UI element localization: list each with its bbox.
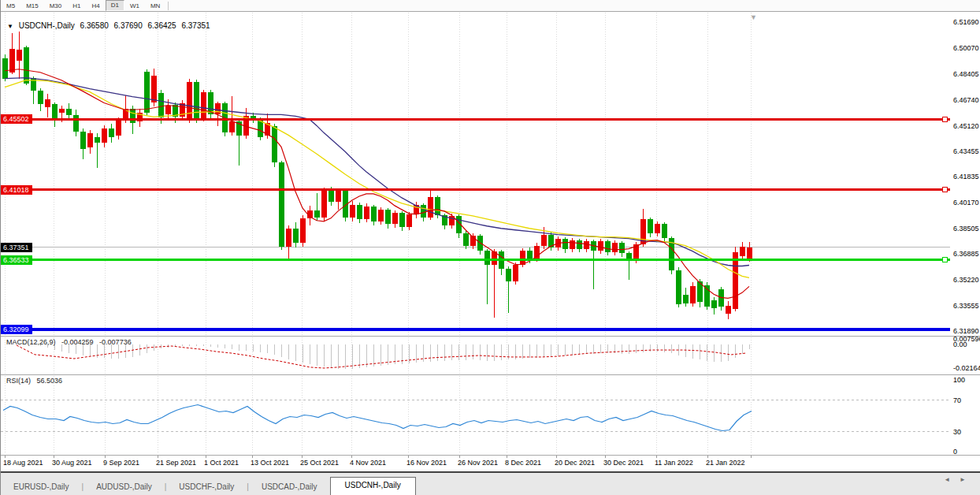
tab-usdcnhdaily[interactable]: USDCNH-,Daily (330, 477, 416, 495)
candle-body (80, 132, 86, 149)
macd-name: MACD(12,26,9) (6, 338, 56, 346)
candle-body (293, 229, 299, 243)
timeframe-button-h1[interactable]: H1 (67, 1, 86, 11)
candle-body (66, 109, 72, 116)
candle-body (336, 191, 341, 202)
candle-body (201, 92, 206, 119)
candle-body (116, 121, 121, 136)
candle-body (577, 240, 582, 249)
candle-body (151, 76, 157, 102)
candle-body (378, 210, 384, 221)
macd-signal-line (17, 345, 747, 368)
chart-shift-marker-icon[interactable]: ▼ (750, 13, 757, 21)
candle-body (683, 295, 689, 303)
candle-body (52, 104, 58, 120)
candle-body (371, 207, 377, 221)
ohlc-open: 6.36580 (80, 21, 109, 30)
candle-body (279, 162, 284, 246)
candle-body (506, 269, 511, 281)
scroll-left-icon[interactable]: ◄ (944, 476, 960, 483)
candle-body (38, 91, 43, 104)
tab-eurusddaily[interactable]: EURUSD-,Daily (1, 479, 82, 495)
candle-body (45, 99, 50, 107)
candle-body (619, 243, 625, 253)
timeframe-button-h4[interactable]: H4 (86, 1, 105, 11)
candle-body (357, 205, 362, 219)
line-handle-square (942, 188, 947, 192)
chart-symbol-period: USDCNH-,Daily (19, 21, 75, 30)
candle-body (605, 241, 611, 252)
candle-body (399, 213, 405, 227)
ohlc-close: 6.37351 (181, 21, 210, 30)
scroll-right-icon[interactable]: ► (960, 476, 975, 483)
timeframe-button-d1[interactable]: D1 (106, 0, 124, 11)
rsi-value: 56.5036 (37, 377, 63, 385)
candle-body (726, 306, 731, 314)
candle-body (59, 109, 65, 114)
candle-body (648, 219, 653, 233)
candle-body (165, 106, 171, 115)
candle-body (350, 205, 355, 218)
candle-body (392, 213, 398, 224)
timeframe-button-mn[interactable]: MN (145, 1, 165, 11)
hscroll-arrows[interactable]: ◄► (944, 476, 975, 483)
candle-body (655, 224, 660, 233)
rsi-indicator-label: RSI(14) 56.5036 (6, 377, 66, 385)
candle-body (421, 205, 426, 218)
candle-body (690, 286, 696, 303)
candle-body (31, 78, 36, 91)
candle-body (711, 300, 717, 308)
timeframe-button-w1[interactable]: W1 (124, 1, 145, 11)
candle-body (109, 128, 114, 137)
candle-body (95, 137, 100, 143)
candle-body (130, 109, 135, 124)
line-handle-square (942, 258, 947, 262)
candle-body (527, 251, 533, 259)
timeframe-button-m15[interactable]: M15 (20, 1, 44, 11)
timeframe-button-m5[interactable]: M5 (1, 1, 20, 11)
tab-usdcaddaily[interactable]: USDCAD-,Daily (249, 479, 330, 495)
ohlc-low: 6.36425 (147, 21, 176, 30)
candle-body (520, 251, 525, 265)
candle-body (300, 218, 306, 243)
candle-body (329, 190, 334, 202)
candle-body (364, 207, 369, 219)
candle-body (2, 58, 8, 79)
candle-body (662, 224, 667, 238)
candle-body (385, 210, 391, 224)
candle-body (229, 121, 235, 132)
candle-body (194, 82, 199, 119)
tab-audusddaily[interactable]: AUDUSD-,Daily (84, 479, 165, 495)
candle-body (286, 229, 291, 247)
timeframe-button-m30[interactable]: M30 (44, 1, 68, 11)
ma-fast-line (5, 69, 749, 299)
candle-body (314, 210, 320, 218)
candle-body (144, 72, 150, 114)
candle-body (158, 93, 164, 118)
candle-body (435, 197, 440, 215)
chart-title: ▼ USDCNH-,Daily 6.36580 6.37690 6.36425 … (7, 21, 213, 30)
candle-body (272, 126, 277, 162)
price-chart-canvas[interactable] (1, 0, 980, 495)
line-handle-square (942, 117, 947, 121)
candle-body (102, 128, 107, 143)
candle-body (718, 289, 724, 307)
timeframe-toolbar: M5M15M30H1H4D1W1MN (1, 0, 980, 12)
line-handle-square (3, 117, 8, 121)
candle-body (541, 235, 547, 246)
tab-usdchfdaily[interactable]: USDCHF-,Daily (166, 479, 247, 495)
candle-body (598, 241, 603, 251)
candle-body (484, 251, 490, 265)
candle-body (676, 270, 681, 304)
candle-body (73, 115, 79, 132)
candle-body (258, 120, 263, 137)
chart-dropdown-icon: ▼ (7, 23, 13, 30)
candle-body (747, 248, 752, 259)
candle-body (740, 247, 745, 256)
mt4-window: M5M15M30H1H4D1W1MN 6.516906.500706.48405… (0, 0, 980, 495)
candle-body (626, 253, 632, 260)
rsi-name: RSI(14) (6, 377, 31, 385)
candle-body (570, 240, 575, 249)
candle-body (321, 190, 327, 218)
symbol-tab-bar: EURUSD-,Daily|AUDUSD-,Daily|USDCHF-,Dail… (1, 472, 980, 495)
